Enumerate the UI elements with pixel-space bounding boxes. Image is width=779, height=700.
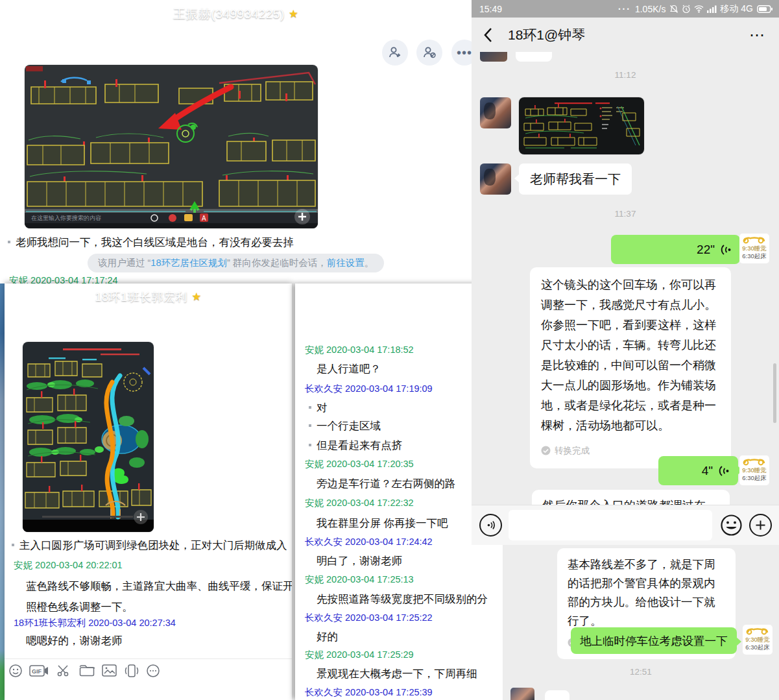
convert-done-label: 转换完成 [555,441,590,461]
notification-dots: ··· [618,4,631,14]
add-friend-button[interactable] [382,40,408,66]
voice-wave-icon [719,243,732,256]
badge-line: 6:30起床 [739,252,769,260]
qq3-message: 是人行道吧？ [317,362,381,376]
qq3-sender-time: 安妮 2020-03-04 17:22:32 [305,497,414,509]
goto-settings-link[interactable]: 前往设置 [327,258,365,268]
sent-voice-message[interactable]: 4" [658,456,738,485]
plus-icon [755,520,766,531]
send-file-button[interactable] [79,664,95,677]
svg-text:在这里输入你要搜索的内容: 在这里输入你要搜索的内容 [31,215,101,221]
notice-text: 。 [365,258,374,268]
check-circle-icon [541,446,551,455]
notice-text: ” 群向你发起临时会话， [227,258,327,268]
voice-mode-icon [485,520,496,531]
qq3-message: 对 [317,401,328,415]
qq2-window-title: 18环1班长郭宏利 [95,284,188,311]
qq3-message: 先按照道路等级宽度把不同级别的分 [317,592,488,607]
vip-star-icon: ★ [191,284,201,311]
sent-text-bubble: 地上临时停车位考虑设置一下 [571,627,737,654]
qq3-sender-time: 长欢久安 2020-03-04 17:25:22 [305,612,433,624]
alarm-clock-icon [682,5,691,14]
qq3-message: 一个行走区域 [317,419,381,433]
cad-landscape-plan [23,342,154,532]
send-image-button[interactable] [102,664,117,677]
qq3-sender-time: 长欢久安 2020-03-04 17:25:39 [305,686,433,699]
wechat-screenshot-upper: 15:49 ··· 1.05K/s 移动 4G 18环1@钟琴 ⋯ 11:12 [472,0,779,545]
cad-image-message[interactable] [519,97,644,154]
wechat-screenshot-lower: 基本路线差不多了，就是下周的话把那个警官具体的景观内部的方块儿。给他设计一下就行… [503,545,779,700]
chat-more-button[interactable]: ••• [451,40,472,66]
qq3-sender-time: 长欢久安 2020-03-04 17:24:42 [305,536,433,548]
back-icon[interactable] [483,27,492,43]
partial-bubble [516,52,552,62]
emoji-button[interactable] [720,514,743,537]
my-avatar-sleep-badge[interactable]: 9:30睡觉 6:30起床 [743,625,773,655]
minimize-button[interactable]: — [411,0,435,29]
received-text-bubble: 老师帮我看一下 [519,163,632,195]
more-attach-button[interactable] [749,514,772,537]
maximize-button[interactable]: ❐ [438,0,462,29]
qq-window-wangzhenhe: 王振赫(349934225)★ ⌄ — ❐ ✕ ••• [0,0,472,284]
close-button[interactable]: ✕ [463,0,472,29]
cad-plan-image-message[interactable] [23,342,154,532]
phone-nav-bar: 18环1@钟琴 ⋯ [472,18,779,52]
window-shake-button[interactable] [123,664,140,678]
qq3-sender-time: 安妮 2020-03-04 17:25:29 [305,649,414,661]
gold-glasses-icon [739,234,769,244]
sent-voice-message[interactable]: 22" [611,235,740,264]
gold-glasses-icon [743,625,773,635]
transcription-text: 这个镜头的这个回车场，你可以再调整一下，我感觉尺寸有点儿小。你参照一下吧，看到要… [541,278,716,432]
my-avatar-sleep-badge[interactable]: 9:30睡觉 6:30起床 [739,234,769,263]
sender-avatar[interactable] [480,97,511,128]
collapse-button[interactable]: ⌄ [384,0,407,29]
nav-more-icon[interactable]: ⋯ [749,26,765,44]
partial-avatar [480,52,507,62]
signal-bars-icon [707,5,717,13]
qq2-bullet-message: 主入口圆形广场可调到绿色团块处，正对大门后期做成入 [19,538,287,553]
voice-input-button[interactable] [479,514,502,537]
badge-line: 9:30睡觉 [739,245,769,252]
message-text: 地上临时停车位考虑设置一下 [580,633,728,649]
message-input[interactable] [509,510,712,540]
scrollbar-thumb[interactable] [773,363,776,423]
person-block-icon [422,45,437,60]
screen: 王振赫(349934225)★ ⌄ — ❐ ✕ ••• [0,0,779,700]
qq2-message: 照橙色线条调整一下。 [26,600,133,614]
partial-transcription-bubble: 然后你那个入口的道路都调过在 [532,490,730,505]
cad-photo-message[interactable]: 在这里输入你要搜索的内容 A [25,65,318,228]
svg-text:GIF: GIF [32,668,42,675]
block-user-button[interactable] [416,40,442,66]
voice-duration: 4" [702,464,713,478]
vip-star-icon: ★ [289,0,298,29]
person-add-icon [388,45,402,60]
my-avatar-sleep-badge[interactable]: 9:30睡觉 6:30起床 [739,455,769,485]
qq3-message: 明白了，谢谢老师 [317,554,402,568]
chat-timestamp: 11:37 [472,209,779,219]
group-name-link[interactable]: 18环艺居住区规划 [150,258,227,268]
notice-text: 该用户通过 “ [98,258,150,268]
gif-hotpic-button[interactable]: GIF [29,664,49,677]
qq3-sender-time: 长欢久安 2020-03-04 17:19:09 [305,383,433,395]
badge-line: 6:30起床 [739,474,769,482]
message-text: 老师帮我看一下 [530,172,621,186]
qq3-message: 好的 [317,630,338,644]
gold-glasses-icon [739,455,769,466]
voice-wave-icon [717,465,730,477]
screenshot-scissors-button[interactable] [56,664,71,678]
qq1-window-title: 王振赫(349934225) [173,0,285,29]
sender-avatar[interactable] [480,163,511,195]
more-tools-button[interactable] [146,664,160,678]
emoji-button[interactable] [8,664,23,678]
wifi-icon [694,5,704,13]
cad-thumbnail [519,97,644,154]
wechat-input-bar [472,505,779,545]
voice-transcription-bubble: 这个镜头的这个回车场，你可以再调整一下，我感觉尺寸有点儿小。你参照一下吧，看到要… [530,267,731,468]
chat-title: 18环1@钟琴 [508,26,585,44]
qq1-message: 老师我想问一下，我这个白线区域是地台，有没有必要去掉 [16,235,294,250]
qq3-message: 景观现在大概考虑一下，下周再细 [317,667,477,681]
qq2-message: 嗯嗯好的，谢谢老师 [26,634,123,648]
background-window-sliver [0,284,5,700]
mute-bell-icon [669,5,678,14]
qq3-sender-time: 安妮 2020-03-04 17:18:52 [305,344,414,356]
